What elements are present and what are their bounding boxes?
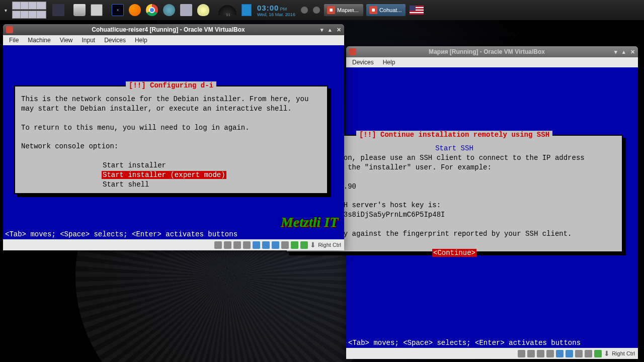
virtualbox-icon <box>369 6 377 14</box>
menu-view[interactable]: View <box>56 36 77 45</box>
usb-icon[interactable] <box>243 241 251 249</box>
display-icon[interactable] <box>262 241 270 249</box>
dialog-prompt: Network console option: <box>21 142 321 151</box>
dialog-text: To return to this menu, you will need to… <box>21 123 321 133</box>
virtualbox-icon <box>6 26 13 33</box>
computer-icon[interactable] <box>72 3 87 17</box>
gauge-icon[interactable]: 11 <box>217 3 238 17</box>
capture-icon[interactable] <box>594 350 602 357</box>
globe-icon[interactable] <box>162 3 177 17</box>
usb-icon[interactable] <box>546 350 554 357</box>
pager-icon[interactable] <box>11 3 45 17</box>
mouse-icon[interactable] <box>585 350 592 357</box>
menu-dropdown-icon[interactable]: ▾ <box>3 3 9 17</box>
net-icon[interactable] <box>537 350 544 357</box>
video-icon[interactable] <box>575 350 583 357</box>
installer-helpbar: <Tab> moves; <Space> selects; <Enter> ac… <box>346 338 583 348</box>
taskbar-button-cohuat[interactable]: Cohuat... <box>366 4 406 17</box>
camera-icon[interactable] <box>179 3 194 17</box>
window-menubar: Devices Help <box>346 57 638 67</box>
installer-dialog-di: [!!] Configuring d-i This is the network… <box>14 85 328 194</box>
capture2-icon[interactable] <box>300 241 308 249</box>
minimize-icon[interactable]: ▾ <box>320 27 324 33</box>
option-start-installer[interactable]: Start installer <box>102 161 167 169</box>
menu-devices[interactable]: Devices <box>348 58 378 67</box>
firefox-icon[interactable] <box>127 3 142 17</box>
menu-help[interactable]: Help <box>379 58 399 67</box>
net-icon[interactable] <box>233 241 241 249</box>
chromium-icon[interactable] <box>144 3 159 17</box>
vm-window-maria: Мария [Running] - Oracle VM VirtualBox ▾… <box>346 46 638 359</box>
xterm-icon[interactable]: X <box>110 3 125 17</box>
watermark-text: Metztli IT <box>281 214 338 230</box>
vm-screen-maria[interactable]: [!!] Continue installation remotely usin… <box>346 67 638 348</box>
clock-time: 03:00 <box>257 4 279 12</box>
capture-icon[interactable] <box>291 241 298 249</box>
dialog-text: may start the Debian installer, or execu… <box>21 104 321 114</box>
close-icon[interactable]: ✕ <box>630 49 635 55</box>
maximize-icon[interactable]: ▴ <box>622 49 625 55</box>
taskbar-button-maria[interactable]: Мария... <box>324 4 364 17</box>
bulb-icon[interactable] <box>196 3 211 17</box>
display-icon[interactable] <box>566 350 573 357</box>
keyboard-layout-flag[interactable] <box>408 3 425 17</box>
vm-statusbar: ⬇ Right Ctrl <box>3 239 344 250</box>
virtualbox-icon <box>327 6 335 14</box>
hostkey-label: Right Ctrl <box>612 350 635 356</box>
cpu-monitor-icon[interactable] <box>240 3 253 17</box>
tray-icon-2[interactable] <box>311 3 321 17</box>
vm-screen-cohuatlicue[interactable]: [!!] Configuring d-i This is the network… <box>3 45 344 239</box>
hostkey-arrow-icon: ⬇ <box>310 241 316 249</box>
dialog-title: [!!] Continue installation remotely usin… <box>356 131 552 139</box>
window-title: Мария [Running] - Oracle VM VirtualBox <box>359 48 614 55</box>
continue-button[interactable]: <Continue> <box>432 249 476 257</box>
shared-icon[interactable] <box>253 241 260 249</box>
tv-icon[interactable] <box>89 3 104 17</box>
cd-icon[interactable] <box>224 241 231 249</box>
tray-icon-1[interactable] <box>299 3 309 17</box>
vm-window-cohuatlicue: Cohuatlicue-reiser4 [Running] - Oracle V… <box>3 24 344 250</box>
clock-date: Wed, 16 Mar. 2016 <box>257 12 295 17</box>
clock-panel[interactable]: 03:00PM Wed, 16 Mar. 2016 <box>255 3 297 17</box>
dialog-title: [!!] Configuring d-i <box>126 81 216 89</box>
desktop-taskbar: ▾ X 11 03:00PM Wed, 16 Mar. 2016 Мария..… <box>0 0 644 20</box>
hdd-icon[interactable] <box>214 241 222 249</box>
menu-machine[interactable]: Machine <box>24 36 54 45</box>
dialog-body: This is the network console for the Debi… <box>15 86 327 200</box>
option-start-installer-expert[interactable]: Start installer (expert mode) <box>102 171 226 179</box>
option-start-shell[interactable]: Start shell <box>102 180 150 189</box>
hostkey-arrow-icon: ⬇ <box>604 349 610 357</box>
taskbar-button-label: Мария... <box>337 7 359 13</box>
installer-helpbar: <Tab> moves; <Space> selects; <Enter> ac… <box>3 229 239 239</box>
dialog-text: This is the network console for the Debi… <box>21 95 321 104</box>
menu-input[interactable]: Input <box>78 36 100 45</box>
video-icon[interactable] <box>272 241 279 249</box>
flag-us-icon <box>410 6 424 15</box>
menu-devices[interactable]: Devices <box>100 36 130 45</box>
taskbar-button-label: Cohuat... <box>379 7 402 13</box>
window-titlebar[interactable]: Cohuatlicue-reiser4 [Running] - Oracle V… <box>3 24 344 35</box>
window-menubar: File Machine View Input Devices Help <box>3 35 344 45</box>
cd-icon[interactable] <box>527 350 535 357</box>
clock-ampm: PM <box>280 7 287 12</box>
monitor-icon[interactable] <box>51 3 66 17</box>
maximize-icon[interactable]: ▴ <box>329 27 332 33</box>
hostkey-label: Right Ctrl <box>318 242 341 248</box>
vm-statusbar: ⬇ Right Ctrl <box>346 348 638 359</box>
hdd-icon[interactable] <box>518 350 525 357</box>
close-icon[interactable]: ✕ <box>337 27 341 33</box>
mouse-icon[interactable] <box>281 241 289 249</box>
shared-icon[interactable] <box>556 350 564 357</box>
window-title: Cohuatlicue-reiser4 [Running] - Oracle V… <box>16 26 320 33</box>
virtualbox-icon <box>349 48 356 55</box>
menu-file[interactable]: File <box>5 36 23 45</box>
menu-help[interactable]: Help <box>131 36 151 45</box>
minimize-icon[interactable]: ▾ <box>614 49 617 55</box>
window-titlebar[interactable]: Мария [Running] - Oracle VM VirtualBox ▾… <box>346 46 638 57</box>
